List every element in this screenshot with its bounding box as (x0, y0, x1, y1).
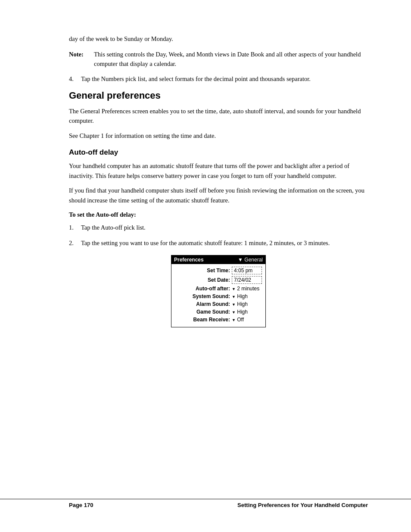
device-body: Set Time: 4:05 pm Set Date: 7/24/02 Auto… (171, 264, 265, 327)
intro-text: day of the week to be Sunday or Monday. (69, 34, 368, 44)
section-para-2: See Chapter 1 for information on setting… (69, 131, 368, 140)
note-block: Note: This setting controls the Day, Wee… (69, 50, 368, 69)
numbered-item-4: 4. Tap the Numbers pick list, and select… (69, 75, 368, 84)
subsection-heading: Auto-off delay (69, 148, 368, 157)
subsection-para-2: If you find that your handheld computer … (69, 186, 368, 205)
game-sound-arrow: ▼ (232, 310, 236, 314)
note-label: Note: (69, 50, 87, 69)
device-title: Preferences (174, 257, 204, 263)
date-label: Set Date: (175, 277, 230, 283)
autooff-arrow: ▼ (232, 287, 236, 291)
device-dropdown: ▼ General (238, 257, 263, 263)
device-row-beam: Beam Receive: ▼ Off (175, 317, 262, 323)
game-sound-value: ▼ High (232, 309, 262, 315)
device-row-date: Set Date: 7/24/02 (175, 276, 262, 284)
step-2: 2. Tap the setting you want to use for t… (69, 239, 368, 248)
time-value: 4:05 pm (232, 267, 262, 274)
beam-value: ▼ Off (232, 317, 262, 323)
footer-page: Page 170 (69, 502, 93, 508)
page-footer: Page 170 Setting Preferences for Your Ha… (0, 499, 411, 508)
step-1: 1. Tap the Auto-off pick list. (69, 223, 368, 233)
section-heading: General preferences (69, 90, 368, 101)
procedure-label: To set the Auto-off delay: (69, 210, 368, 220)
beam-label: Beam Receive: (175, 317, 230, 323)
alarm-sound-arrow: ▼ (232, 302, 236, 307)
item-text: Tap the Numbers pick list, and select fo… (81, 75, 311, 84)
system-sound-arrow: ▼ (232, 295, 236, 299)
autooff-value: ▼ 2 minutes (232, 286, 262, 292)
system-sound-text: High (237, 293, 248, 299)
device-screenshot: Preferences ▼ General Set Time: 4:05 pm … (171, 255, 266, 327)
device-row-autooff: Auto-off after: ▼ 2 minutes (175, 286, 262, 292)
alarm-sound-label: Alarm Sound: (175, 301, 230, 307)
beam-text: Off (237, 317, 244, 323)
device-header: Preferences ▼ General (171, 255, 265, 264)
device-row-time: Set Time: 4:05 pm (175, 267, 262, 274)
step-2-text: Tap the setting you want to use for the … (81, 239, 330, 248)
game-sound-label: Game Sound: (175, 309, 230, 315)
date-value: 7/24/02 (232, 276, 262, 284)
autooff-text: 2 minutes (237, 286, 259, 292)
footer-title: Setting Preferences for Your Handheld Co… (237, 502, 368, 508)
autooff-label: Auto-off after: (175, 286, 230, 292)
alarm-sound-value: ▼ High (232, 301, 262, 307)
device-row-system-sound: System Sound: ▼ High (175, 293, 262, 299)
system-sound-label: System Sound: (175, 293, 230, 299)
system-sound-value: ▼ High (232, 293, 262, 299)
section-para-1: The General Preferences screen enables y… (69, 106, 368, 126)
alarm-sound-text: High (237, 301, 248, 307)
step-2-num: 2. (69, 239, 77, 248)
step-1-num: 1. (69, 223, 77, 233)
beam-arrow: ▼ (232, 318, 236, 322)
subsection-para-1: Your handheld computer has an automatic … (69, 161, 368, 180)
game-sound-text: High (237, 309, 248, 315)
time-label: Set Time: (175, 268, 230, 274)
note-content: This setting controls the Day, Week, and… (94, 50, 368, 69)
device-row-alarm-sound: Alarm Sound: ▼ High (175, 301, 262, 307)
step-1-text: Tap the Auto-off pick list. (81, 223, 146, 233)
item-number: 4. (69, 75, 77, 84)
device-row-game-sound: Game Sound: ▼ High (175, 309, 262, 315)
